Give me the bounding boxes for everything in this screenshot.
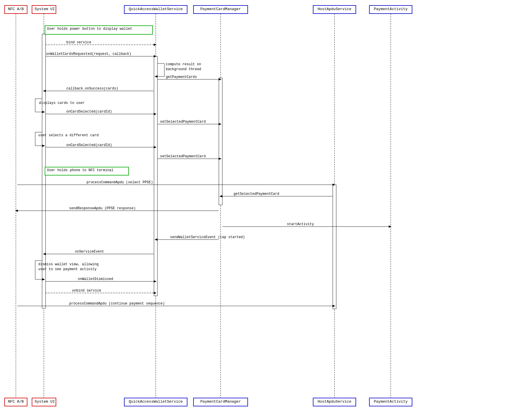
actor-qaws-bottom: QuickAccessWalletService: [124, 398, 187, 406]
note-power-button: User holds power button to display walle…: [45, 25, 153, 35]
msg-oncardselected-1: onCardSelected(cardId): [66, 110, 112, 114]
svg-marker-55: [154, 280, 157, 283]
svg-marker-11: [154, 44, 157, 46]
svg-marker-49: [43, 253, 46, 255]
svg-marker-27: [154, 113, 157, 115]
svg-rect-7: [154, 56, 157, 296]
svg-marker-33: [42, 145, 45, 147]
actor-sysui-top: System UI: [32, 5, 56, 14]
diagram-svg: [0, 0, 532, 411]
msg-setselectedpaymentcard-2: setSelectedPaymentCard: [160, 154, 206, 158]
msg-sendresponseapdu: sendResponseApdu (PPSE response): [69, 206, 136, 210]
msg-dismiss-wallet: dismiss wallet view, allowinguser to see…: [38, 262, 99, 272]
actor-pcm-bottom: PaymentCardManager: [193, 398, 248, 406]
svg-marker-45: [389, 225, 392, 228]
msg-processcommandapdu-ppse: processCommandApdu (select PPSE): [87, 180, 153, 184]
msg-onwalletcardsrequested: onWalletCardsRequested(request, callback…: [46, 52, 131, 56]
svg-marker-17: [155, 75, 157, 78]
msg-sendwalletserviceevent: sendWalletServiceEvent (tap started): [170, 235, 245, 239]
msg-user-selects-different: user selects a different card: [38, 133, 99, 137]
msg-startactivity: startActivity: [287, 222, 314, 226]
msg-onserviceevent: onServiceEvent: [75, 250, 104, 254]
msg-setselectedpaymentcard-1: setSelectedPaymentCard: [160, 120, 206, 124]
msg-unbind-service: unbind service: [72, 289, 101, 293]
actor-pa-top: PaymentActivity: [369, 5, 412, 14]
svg-marker-39: [332, 184, 335, 186]
svg-marker-25: [42, 111, 45, 113]
msg-getpaymentcards: getPaymentCards: [166, 75, 197, 79]
svg-rect-9: [333, 185, 336, 309]
svg-marker-35: [154, 146, 157, 148]
svg-marker-21: [43, 90, 46, 92]
svg-marker-29: [219, 123, 221, 125]
note-nfc-terminal: User holds phone to NFC terminal: [45, 167, 129, 175]
actor-pa-bottom: PaymentActivity: [369, 398, 412, 406]
actor-nfc-top: NFC A/B: [4, 5, 27, 14]
actor-pcm-top: PaymentCardManager: [193, 5, 248, 14]
svg-marker-37: [219, 158, 221, 160]
svg-marker-13: [154, 55, 157, 57]
svg-rect-8: [219, 78, 222, 205]
actor-sysui-bottom: System UI: [32, 398, 56, 406]
msg-compute-result: compute result onbackground thread: [166, 62, 201, 72]
svg-marker-41: [219, 195, 222, 197]
svg-marker-53: [42, 278, 45, 281]
svg-marker-19: [219, 78, 221, 81]
actor-qaws-top: QuickAccessWalletService: [124, 5, 187, 14]
msg-onwalletdismissed: onWalletDismissed: [78, 277, 113, 281]
sequence-diagram: NFC A/B System UI QuickAccessWalletServi…: [0, 0, 532, 411]
msg-getselectedpaymentcard: getSelectedPaymentCard: [234, 192, 279, 196]
svg-marker-43: [15, 210, 18, 212]
svg-marker-59: [332, 305, 335, 307]
actor-has-top: HostApduService: [313, 5, 356, 14]
actor-nfc-bottom: NFC A/B: [4, 398, 27, 406]
msg-bind-service: bind service: [66, 40, 91, 44]
svg-marker-47: [155, 238, 157, 241]
msg-processcommandapdu-continue: processCommandApdu (continue payment seq…: [69, 302, 165, 306]
msg-oncardselected-2: onCardSelected(cardId): [66, 143, 112, 147]
svg-marker-57: [154, 292, 157, 294]
msg-displays-cards: displays cards to user: [39, 101, 84, 105]
msg-callback-onsuccess: callback.onSuccess(cards): [66, 87, 118, 91]
actor-has-bottom: HostApduService: [313, 398, 356, 406]
